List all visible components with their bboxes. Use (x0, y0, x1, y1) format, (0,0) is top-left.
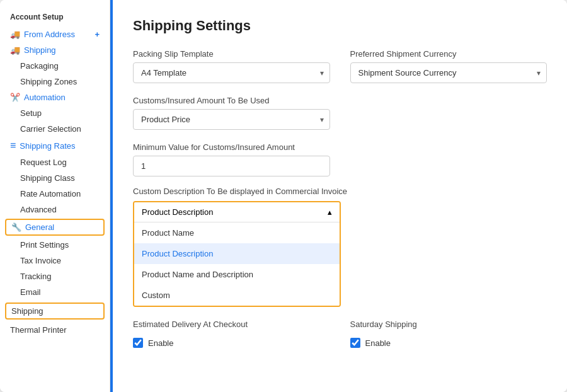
request-log-label: Request Log (20, 158, 67, 167)
dropdown-option-product-name[interactable]: Product Name (134, 222, 340, 243)
lines-icon: ≡ (10, 140, 16, 151)
saturday-shipping-checkbox-row: Enable (350, 338, 547, 348)
customs-amount-select-wrapper: Product Price Product Cost Declared Valu… (133, 109, 330, 130)
shipping-zones-label: Shipping Zones (20, 77, 77, 86)
dropdown-option-custom[interactable]: Custom (134, 285, 340, 306)
custom-description-dropdown[interactable]: Product Description ▴ Product Name Produ… (133, 201, 341, 307)
chevron-up-icon: ▴ (328, 207, 332, 217)
min-value-input[interactable]: 1 (133, 156, 330, 176)
estimated-delivery-checkbox-label: Enable (148, 338, 173, 348)
customs-amount-select[interactable]: Product Price Product Cost Declared Valu… (133, 109, 330, 130)
general-label: General (25, 222, 54, 232)
estimated-delivery-checkbox[interactable] (133, 338, 143, 348)
sidebar-item-shipping-bottom[interactable]: Shipping (5, 303, 105, 320)
preferred-currency-group: Preferred Shipment Currency Shipment Sou… (350, 49, 547, 83)
sidebar: Account Setup 🚚 From Address + 🚚 Shippin… (0, 0, 110, 392)
saturday-shipping-checkbox[interactable] (350, 338, 360, 348)
sidebar-shipping-label: Shipping (24, 45, 56, 55)
estimated-delivery-label: Estimated Delivery At Checkout (133, 320, 330, 329)
packing-slip-label: Packing Slip Template (133, 49, 330, 59)
thermal-printer-label: Thermal Printer (10, 325, 67, 335)
sidebar-item-rate-automation[interactable]: Rate Automation (0, 186, 110, 202)
sidebar-item-shipping-rates[interactable]: ≡ Shipping Rates (0, 137, 110, 154)
custom-description-label: Custom Description To Be displayed in Co… (133, 187, 547, 196)
sidebar-item-general[interactable]: 🔧 General (5, 219, 105, 236)
wrench-icon: 🔧 (11, 222, 21, 232)
sidebar-section-title: Account Setup (0, 10, 110, 26)
packaging-label: Packaging (20, 61, 59, 71)
sidebar-item-tax-invoice[interactable]: Tax Invoice (0, 253, 110, 268)
sidebar-item-request-log[interactable]: Request Log (0, 154, 110, 170)
spacer-1 (350, 96, 547, 130)
main-content: Shipping Settings Packing Slip Template … (113, 0, 567, 392)
sidebar-item-automation[interactable]: ✂️ Automation (0, 89, 110, 105)
sidebar-from-address-label: From Address (24, 30, 75, 39)
sidebar-item-shipping-zones[interactable]: Shipping Zones (0, 74, 110, 89)
sidebar-item-packaging[interactable]: Packaging (0, 58, 110, 74)
saturday-shipping-checkbox-label: Enable (365, 338, 391, 348)
customs-amount-label: Customs/Insured Amount To Be Used (133, 96, 330, 105)
tracking-label: Tracking (20, 272, 51, 281)
setup-label: Setup (20, 108, 42, 118)
plus-icon[interactable]: + (94, 30, 100, 39)
automation-label: Automation (24, 93, 66, 102)
sidebar-item-tracking[interactable]: Tracking (0, 268, 110, 284)
truck-icon: 🚚 (10, 30, 20, 39)
rate-automation-label: Rate Automation (20, 189, 81, 199)
page-title: Shipping Settings (133, 18, 547, 34)
preferred-currency-select-wrapper: Shipment Source Currency USD EUR GBP (350, 62, 547, 83)
email-label: Email (20, 287, 41, 297)
scissors-icon: ✂️ (10, 93, 20, 102)
carrier-selection-label: Carrier Selection (20, 124, 81, 134)
sidebar-item-carrier-selection[interactable]: Carrier Selection (0, 121, 110, 137)
packing-slip-select[interactable]: A4 Template Letter Template Custom Templ… (133, 62, 330, 83)
custom-description-section: Custom Description To Be displayed in Co… (133, 187, 547, 307)
saturday-shipping-group: Saturday Shipping Enable (350, 320, 547, 348)
option-product-description-label: Product Description (142, 249, 213, 258)
dropdown-option-product-name-description[interactable]: Product Name and Description (134, 264, 340, 285)
tax-invoice-label: Tax Invoice (20, 256, 61, 265)
spacer-2 (350, 142, 547, 176)
packing-slip-select-wrapper: A4 Template Letter Template Custom Templ… (133, 62, 330, 83)
option-product-name-label: Product Name (142, 228, 194, 238)
dropdown-options: Product Name Product Description Product… (134, 222, 340, 306)
sidebar-item-thermal-printer[interactable]: Thermal Printer (0, 322, 110, 338)
print-settings-label: Print Settings (20, 240, 69, 250)
customs-amount-group: Customs/Insured Amount To Be Used Produc… (133, 96, 330, 130)
sidebar-item-from-address[interactable]: 🚚 From Address + (0, 26, 110, 42)
saturday-shipping-label: Saturday Shipping (350, 320, 547, 329)
sidebar-item-setup[interactable]: Setup (0, 105, 110, 121)
sidebar-item-shipping[interactable]: 🚚 Shipping (0, 42, 110, 58)
sidebar-item-print-settings[interactable]: Print Settings (0, 237, 110, 253)
estimated-delivery-checkbox-row: Enable (133, 338, 330, 348)
preferred-currency-select[interactable]: Shipment Source Currency USD EUR GBP (350, 62, 547, 83)
min-value-group: Minimum Value for Customs/Insured Amount… (133, 142, 330, 176)
shipping-bottom-label: Shipping (11, 306, 43, 316)
option-product-name-description-label: Product Name and Description (142, 270, 253, 279)
shipping-rates-label: Shipping Rates (20, 141, 75, 151)
truck-icon-shipping: 🚚 (10, 45, 20, 55)
min-value-label: Minimum Value for Customs/Insured Amount (133, 142, 330, 152)
sidebar-item-email[interactable]: Email (0, 284, 110, 300)
bottom-section: Estimated Delivery At Checkout Enable Sa… (133, 320, 547, 348)
dropdown-option-product-description[interactable]: Product Description (134, 243, 340, 264)
sidebar-item-shipping-class[interactable]: Shipping Class (0, 170, 110, 186)
sidebar-item-advanced[interactable]: Advanced (0, 202, 110, 217)
advanced-label: Advanced (20, 205, 57, 214)
option-custom-label: Custom (142, 291, 170, 300)
dropdown-header[interactable]: Product Description ▴ (134, 202, 340, 222)
dropdown-selected-value: Product Description (142, 207, 213, 217)
shipping-class-label: Shipping Class (20, 173, 75, 183)
preferred-currency-label: Preferred Shipment Currency (350, 49, 547, 59)
packing-slip-group: Packing Slip Template A4 Template Letter… (133, 49, 330, 83)
estimated-delivery-group: Estimated Delivery At Checkout Enable (133, 320, 330, 348)
